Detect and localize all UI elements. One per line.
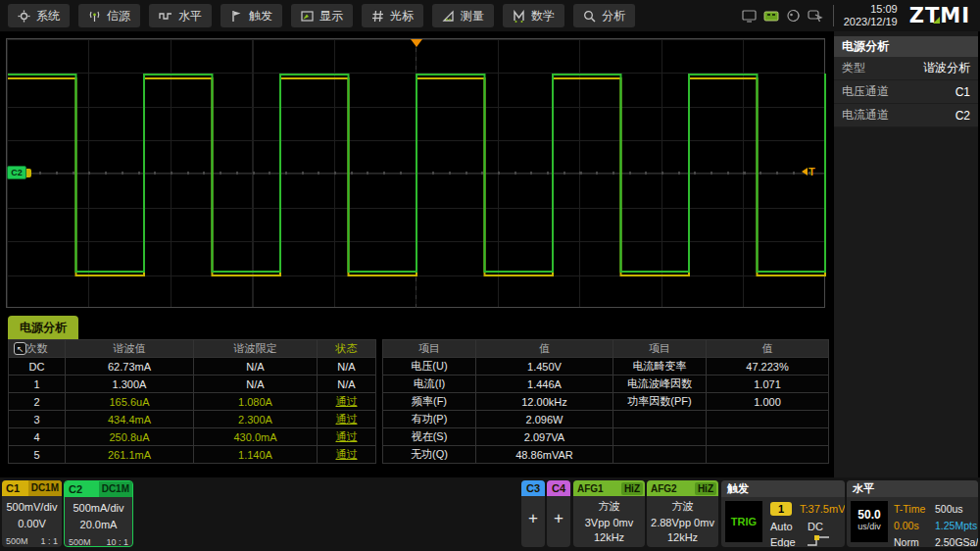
table-cell: 1.140A xyxy=(194,446,318,464)
table-cell: 165.6uA xyxy=(66,393,194,411)
column-header: 项目 xyxy=(613,340,707,358)
impedance-badge: HiZ xyxy=(695,482,716,495)
brand-logo-accent xyxy=(933,17,940,24)
harmonics-table: 次数谐波值谐波限定状态DC62.73mAN/AN/A11.300AN/AN/A2… xyxy=(8,339,376,464)
add-channel-button[interactable]: + xyxy=(521,509,545,528)
channel2-box[interactable]: C2 DC1M 500mA/div 20.0mA 500M 10 : 1 xyxy=(64,480,133,547)
screen-mirror-icon[interactable] xyxy=(742,9,757,23)
menu-label: 触发 xyxy=(249,8,272,25)
menu-system[interactable]: 系统 xyxy=(8,4,70,27)
channel4-box[interactable]: C4 + xyxy=(547,480,570,547)
add-channel-button[interactable]: + xyxy=(547,509,570,528)
table-row: 电流(I)1.446A电流波峰因数1.071 xyxy=(383,376,829,393)
menu-analyze[interactable]: 分析 xyxy=(573,4,635,27)
table-cell: 1.071 xyxy=(707,376,829,393)
menu-source[interactable]: 信源 xyxy=(78,4,140,27)
afg-frequency: 12kHz xyxy=(647,531,718,543)
setting-label: 电流通道 xyxy=(842,107,889,124)
menu-trigger[interactable]: 触发 xyxy=(220,4,282,27)
table-cell: 电压(U) xyxy=(383,358,476,376)
tab-power-analysis[interactable]: 电源分析 xyxy=(8,316,78,339)
table-cell: 1.446A xyxy=(476,376,613,393)
export-table-icon[interactable]: ↖ xyxy=(14,342,26,355)
table-cell: 48.86mVAR xyxy=(476,446,613,464)
touch-gesture-icon[interactable] xyxy=(808,9,823,23)
channel2-ground-marker[interactable]: C2 xyxy=(7,166,26,179)
display-icon xyxy=(301,10,314,23)
setting-row-current-channel[interactable]: 电流通道 C2 xyxy=(834,104,978,127)
panel-rows: 类型 谐波分析 电压通道 C1 电流通道 C2 xyxy=(834,57,978,127)
column-header: 状态 xyxy=(318,340,376,358)
gear-icon xyxy=(18,10,30,23)
measure-triangle-icon xyxy=(442,10,455,23)
table-cell: 电流(I) xyxy=(383,376,476,393)
channel-scale: 500mV/div xyxy=(2,501,62,513)
channel-footer: 500M 1 : 1 xyxy=(2,536,62,546)
trigger-coupling[interactable]: DC xyxy=(808,521,823,532)
trigger-position-marker[interactable] xyxy=(411,39,422,47)
table-cell: 12.00kHz xyxy=(476,393,613,411)
timebase-value: 50.0 xyxy=(851,508,888,522)
table-cell: 电流波峰因数 xyxy=(613,376,707,393)
coupling-badge: DC1M xyxy=(28,480,62,496)
afg1-box[interactable]: AFG1 HiZ 方波 3Vpp 0mv 12kHz xyxy=(573,480,645,547)
afg2-box[interactable]: AFG2 HiZ 方波 2.88Vpp 0mv 12kHz xyxy=(647,480,718,547)
menu-math[interactable]: 数学 xyxy=(503,4,564,27)
menu-label: 水平 xyxy=(178,8,202,25)
table-row: 5261.1mA1.140A通过 xyxy=(9,446,376,464)
menu-measure[interactable]: 测量 xyxy=(432,4,494,27)
probe-ratio: 10 : 1 xyxy=(106,537,128,547)
channel1-box[interactable]: C1 DC1M 500mV/div 0.00V 500M 1 : 1 xyxy=(2,480,62,547)
sample-rate: 2.50GSa/s xyxy=(935,536,978,547)
horizontal-box[interactable]: 水平 50.0 us/div T-Time 500us 0.00s 1.25Mp… xyxy=(847,480,978,547)
trigger-mode[interactable]: Auto xyxy=(770,521,793,532)
trigger-source-badge[interactable]: 1 xyxy=(770,502,792,516)
channel-offset: 0.00V xyxy=(2,518,62,529)
channel2-header: C2 DC1M xyxy=(65,481,132,497)
table-cell: 2 xyxy=(9,393,66,411)
afg-waveform-type: 方波 xyxy=(573,499,645,514)
menu-cursor[interactable]: 光标 xyxy=(362,4,423,27)
horizontal-wave-icon xyxy=(159,10,172,23)
bottom-bar: C1 DC1M 500mV/div 0.00V 500M 1 : 1 C2 DC… xyxy=(0,477,980,551)
table-cell: 3 xyxy=(9,411,66,428)
channel3-box[interactable]: C3 + xyxy=(521,480,545,547)
horizontal-offset: 0.00s xyxy=(894,520,919,531)
waveform-traces xyxy=(7,39,826,309)
table-cell: 250.8uA xyxy=(66,428,194,446)
setting-row-type[interactable]: 类型 谐波分析 xyxy=(834,57,978,80)
usb-device-icon[interactable] xyxy=(763,9,779,23)
menu-display[interactable]: 显示 xyxy=(291,4,353,27)
bandwidth-value: 500M xyxy=(6,536,28,546)
menu-horizontal[interactable]: 水平 xyxy=(149,4,212,27)
bandwidth-value: 500M xyxy=(69,537,91,547)
channel-footer: 500M 10 : 1 xyxy=(65,537,132,547)
table-cell: 4 xyxy=(9,428,66,446)
trigger-level-marker[interactable]: T xyxy=(802,166,815,177)
table-row: 4250.8uA430.0mA通过 xyxy=(9,428,376,446)
trigger-level-value: T:37.5mV xyxy=(800,503,845,515)
setting-label: 电压通道 xyxy=(842,83,889,100)
menu-label: 显示 xyxy=(319,8,343,25)
probe-ratio: 1 : 1 xyxy=(40,536,58,546)
table-cell: 有功(P) xyxy=(383,411,476,428)
panel-title: 电源分析 xyxy=(834,36,978,57)
trigger-box[interactable]: 触发 TRIG 1 T:37.5mV Auto DC Edge xyxy=(721,480,845,547)
status-icons xyxy=(742,9,823,23)
clock: 15:09 2023/12/19 xyxy=(844,3,898,28)
timebase-display[interactable]: 50.0 us/div xyxy=(851,501,888,542)
trigger-type[interactable]: Edge xyxy=(770,536,796,547)
trigger-flag-icon xyxy=(230,10,243,23)
afg-name: AFG2 xyxy=(647,483,677,494)
oscilloscope-screen: 系统 信源 水平 触发 显示 光标 测量 数学 xyxy=(0,0,980,551)
channel3-header: C3 xyxy=(521,480,545,496)
setting-row-voltage-channel[interactable]: 电压通道 C1 xyxy=(834,80,978,104)
power-analysis-panel: 电源分析 类型 谐波分析 电压通道 C1 电流通道 C2 xyxy=(834,31,978,477)
afg2-header: AFG2 HiZ xyxy=(647,480,718,496)
trackball-icon[interactable] xyxy=(786,9,801,23)
waveform-display[interactable]: C2 T xyxy=(6,38,825,308)
cursor-hash-icon xyxy=(371,10,384,23)
table-cell: 通过 xyxy=(318,393,376,411)
ttime-value: 500us xyxy=(935,503,963,515)
channel-name: C2 xyxy=(65,483,82,495)
